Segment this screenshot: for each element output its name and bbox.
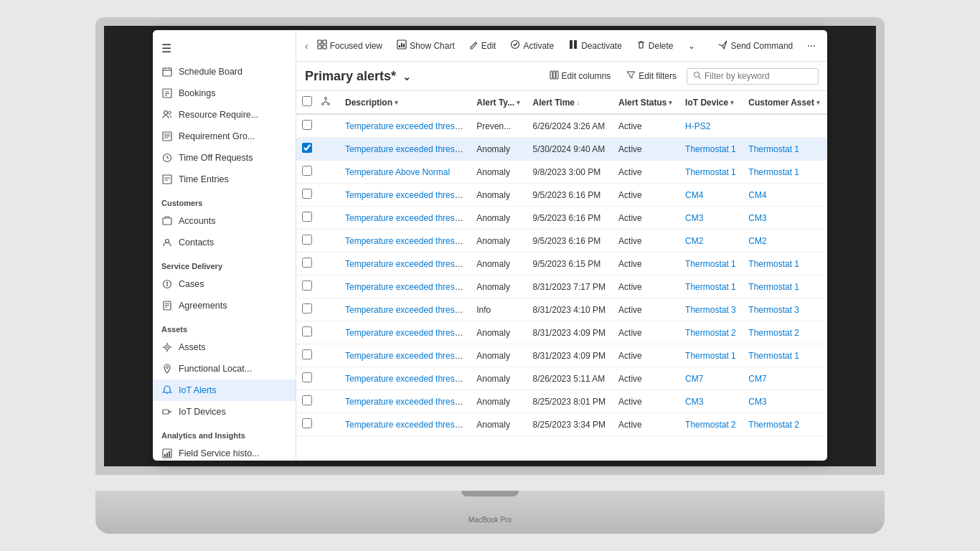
row-iot-device[interactable]: Thermostat 1 xyxy=(679,276,743,298)
row-customer-asset[interactable]: CM3 xyxy=(743,390,827,413)
col-header-description[interactable]: Description ▾ xyxy=(339,91,471,114)
delete-button[interactable]: Delete xyxy=(631,37,679,55)
row-iot-device[interactable]: CM3 xyxy=(679,207,743,230)
description-link[interactable]: Temperature exceeded threshold limits xyxy=(345,144,471,154)
back-button[interactable]: ‹ xyxy=(305,36,308,56)
row-description[interactable]: Temperature exceeded threshold limits fo… xyxy=(339,276,471,298)
row-iot-device[interactable]: Thermostat 1 xyxy=(679,161,743,184)
col-header-alert-type[interactable]: Alert Ty... ▾ xyxy=(471,91,527,114)
row-customer-asset[interactable]: Thermostat 2 xyxy=(743,321,827,344)
iot-device-link[interactable]: Thermostat 3 xyxy=(685,305,736,315)
iot-device-link[interactable]: Thermostat 1 xyxy=(685,282,736,292)
keyword-search-input[interactable] xyxy=(705,71,812,81)
row-customer-asset[interactable]: Thermostat 1 xyxy=(743,344,827,367)
row-iot-device[interactable]: Thermostat 1 xyxy=(679,138,743,161)
description-link[interactable]: Temperature exceeded threshold limits xyxy=(345,374,471,384)
edit-filters-button[interactable]: Edit filters xyxy=(621,67,682,85)
sidebar-item-iot-devices[interactable]: IoT Devices xyxy=(153,401,296,423)
row-customer-asset[interactable]: Thermostat 1 xyxy=(743,253,827,276)
iot-device-link[interactable]: CM3 xyxy=(685,397,703,407)
row-iot-device[interactable]: Thermostat 1 xyxy=(679,253,743,276)
col-header-alert-status[interactable]: Alert Status ▾ xyxy=(613,91,679,114)
row-iot-device[interactable]: Thermostat 2 xyxy=(679,413,743,436)
sidebar-item-functional-locat[interactable]: Functional Locat... xyxy=(153,358,296,380)
iot-device-link[interactable]: CM7 xyxy=(685,374,703,384)
customer-asset-link[interactable]: Thermostat 1 xyxy=(748,351,799,361)
row-customer-asset[interactable]: CM2 xyxy=(743,230,827,253)
row-select-checkbox[interactable] xyxy=(302,143,312,153)
row-iot-device[interactable]: CM3 xyxy=(679,390,743,413)
description-link[interactable]: Temperature exceeded threshold limits fo… xyxy=(345,282,471,292)
sidebar-item-cases[interactable]: Cases xyxy=(153,273,296,295)
row-select-checkbox[interactable] xyxy=(302,235,312,245)
row-customer-asset[interactable]: Thermostat 1 xyxy=(743,138,827,161)
sidebar-item-time-off[interactable]: Time Off Requests xyxy=(153,147,296,169)
iot-device-link[interactable]: Thermostat 2 xyxy=(685,328,736,338)
more-dropdown-button[interactable]: ⌄ xyxy=(682,37,701,55)
customer-asset-link[interactable]: Thermostat 1 xyxy=(748,259,799,269)
row-description[interactable]: Temperature exceeded threshold limits xyxy=(339,321,471,344)
description-link[interactable]: Temperature exceeded threshold limits ru… xyxy=(345,190,471,200)
row-description[interactable]: Temperature exceeded threshold limits xyxy=(339,367,471,390)
sidebar-item-assets[interactable]: Assets xyxy=(153,336,296,358)
row-customer-asset[interactable]: Thermostat 1 xyxy=(743,161,827,184)
description-link[interactable]: Temperature exceeded threshold limits ru… xyxy=(345,213,471,223)
iot-device-link[interactable]: CM2 xyxy=(685,236,703,246)
row-description[interactable]: Temperature exceeded threshold limits xyxy=(339,114,471,138)
customer-asset-link[interactable]: Thermostat 3 xyxy=(748,305,799,315)
description-link[interactable]: Temperature exceeded threshold limits ru… xyxy=(345,259,471,269)
sidebar-item-contacts[interactable]: Contacts xyxy=(153,232,296,253)
description-link[interactable]: Temperature exceeded threshold limits xyxy=(345,420,471,430)
row-customer-asset[interactable]: CM3 xyxy=(743,207,827,230)
sidebar-item-time-entries[interactable]: Time Entries xyxy=(153,169,296,190)
sidebar-item-agreements[interactable]: Agreements xyxy=(153,295,296,316)
show-chart-button[interactable]: Show Chart xyxy=(391,36,461,55)
row-customer-asset[interactable]: Thermostat 2 xyxy=(743,413,827,436)
row-description[interactable]: Temperature exceeded threshold limits ru… xyxy=(339,253,471,276)
iot-device-link[interactable]: Thermostat 1 xyxy=(685,259,736,269)
row-description[interactable]: Temperature Above Normal xyxy=(339,161,471,184)
select-all-header[interactable] xyxy=(296,91,318,114)
sidebar-item-schedule-board[interactable]: Schedule Board xyxy=(153,61,296,83)
iot-device-link[interactable]: Thermostat 1 xyxy=(685,144,736,154)
select-all-checkbox[interactable] xyxy=(302,96,312,106)
row-select-checkbox[interactable] xyxy=(302,349,312,359)
row-description[interactable]: Temperature exceeded threshold limits xyxy=(339,413,471,436)
hamburger-menu[interactable]: ☰ xyxy=(153,36,296,61)
row-iot-device[interactable]: CM7 xyxy=(679,367,743,390)
customer-asset-link[interactable]: CM3 xyxy=(748,213,766,223)
row-select-checkbox[interactable] xyxy=(302,120,312,130)
customer-asset-link[interactable]: Thermostat 2 xyxy=(748,420,799,430)
edit-columns-button[interactable]: Edit columns xyxy=(544,67,617,85)
row-iot-device[interactable]: Thermostat 3 xyxy=(679,298,743,321)
deactivate-button[interactable]: Deactivate xyxy=(562,36,628,55)
col-header-customer-asset[interactable]: Customer Asset ▾ xyxy=(743,91,827,114)
row-iot-device[interactable]: CM4 xyxy=(679,184,743,207)
customer-asset-link[interactable]: Thermostat 1 xyxy=(748,144,799,154)
row-select-checkbox[interactable] xyxy=(302,395,312,405)
sidebar-item-iot-alerts[interactable]: IoT Alerts xyxy=(153,380,296,401)
row-description[interactable]: Temperature exceeded threshold limits ru… xyxy=(339,207,471,230)
row-select-checkbox[interactable] xyxy=(302,166,312,176)
row-description[interactable]: Temperature exceeded threshold limits xyxy=(339,298,471,321)
iot-device-link[interactable]: Thermostat 1 xyxy=(685,167,736,177)
row-select-checkbox[interactable] xyxy=(302,212,312,222)
customer-asset-link[interactable]: Thermostat 2 xyxy=(748,328,799,338)
options-button[interactable]: ⋯ xyxy=(801,37,821,55)
description-link[interactable]: Temperature exceeded threshold limits xyxy=(345,397,471,407)
description-link[interactable]: Temperature exceeded threshold limits ru… xyxy=(345,236,471,246)
iot-device-link[interactable]: CM4 xyxy=(685,190,703,200)
customer-asset-link[interactable]: CM4 xyxy=(748,190,766,200)
sidebar-item-bookings[interactable]: Bookings xyxy=(153,83,296,104)
iot-device-link[interactable]: Thermostat 2 xyxy=(685,420,736,430)
row-iot-device[interactable]: CM2 xyxy=(679,230,743,253)
row-select-checkbox[interactable] xyxy=(302,258,312,268)
title-chevron[interactable]: ⌄ xyxy=(402,71,411,83)
row-select-checkbox[interactable] xyxy=(302,189,312,199)
sidebar-item-resource-require[interactable]: Resource Require... xyxy=(153,104,296,126)
description-link[interactable]: Temperature exceeded threshold limits xyxy=(345,328,471,338)
sidebar-item-requirement-gro[interactable]: Requirement Gro... xyxy=(153,126,296,147)
send-command-button[interactable]: Send Command xyxy=(712,36,799,55)
focused-view-button[interactable]: Focused view xyxy=(311,36,388,55)
row-description[interactable]: Temperature exceeded threshold limits xyxy=(339,344,471,367)
